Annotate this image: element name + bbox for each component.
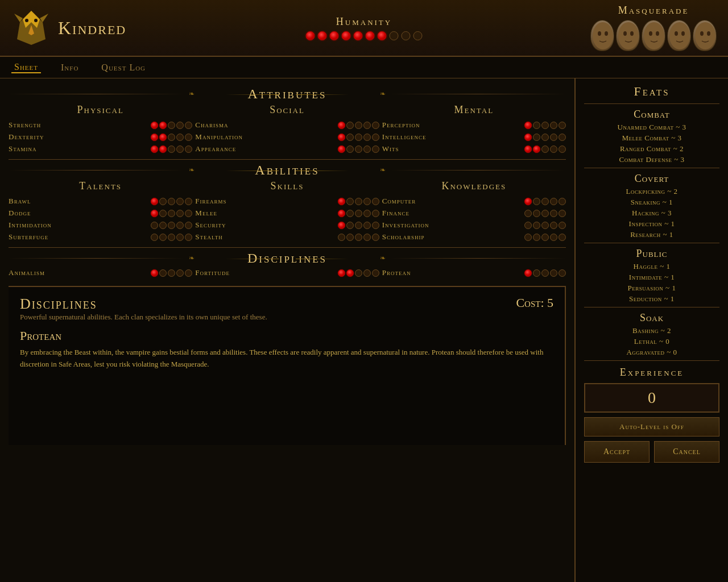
intimidation-dots-dot-4[interactable] xyxy=(185,222,192,229)
feat-item[interactable]: Combat Defense ~ 3 xyxy=(584,155,719,164)
scholarship-dots-dot-0[interactable] xyxy=(524,234,532,241)
intelligence-dots-dot-4[interactable] xyxy=(559,134,566,141)
perception-dots-dot-0[interactable] xyxy=(524,122,532,129)
intimidation-dots-dot-2[interactable] xyxy=(168,222,175,229)
investigation-dots-dot-2[interactable] xyxy=(541,222,549,229)
subterfuge-dots-dot-3[interactable] xyxy=(176,234,184,241)
computer-dots-dot-2[interactable] xyxy=(541,198,549,205)
stamina-dots-dot-0[interactable] xyxy=(151,146,158,153)
feat-item[interactable]: Intimidate ~ 1 xyxy=(584,273,719,282)
scholarship-dots-dot-2[interactable] xyxy=(541,234,549,241)
protean-dots-dot-1[interactable] xyxy=(533,269,540,277)
intimidation-dots-dot-3[interactable] xyxy=(176,222,184,229)
computer-dots-dot-4[interactable] xyxy=(559,198,566,205)
appearance-dots-dot-1[interactable] xyxy=(346,146,354,153)
security-dots-dot-4[interactable] xyxy=(372,222,379,229)
security-dots-dot-1[interactable] xyxy=(346,222,354,229)
finance-dots-dot-4[interactable] xyxy=(559,210,566,217)
dodge-dots-dot-1[interactable] xyxy=(159,210,167,217)
protean-dots-dot-3[interactable] xyxy=(550,269,557,277)
manipulation-dots-dot-4[interactable] xyxy=(372,134,379,141)
intimidation-dots-dot-0[interactable] xyxy=(151,222,158,229)
strength-dots-dot-0[interactable] xyxy=(151,122,158,129)
strength-dots[interactable] xyxy=(151,122,192,129)
humanity-dot-7[interactable] xyxy=(390,31,399,40)
scholarship-dots-dot-1[interactable] xyxy=(533,234,540,241)
brawl-dots-dot-1[interactable] xyxy=(159,198,167,205)
brawl-dots-dot-2[interactable] xyxy=(168,198,175,205)
dexterity-dots-dot-2[interactable] xyxy=(168,134,175,141)
strength-dots-dot-1[interactable] xyxy=(159,122,167,129)
wits-dots[interactable] xyxy=(524,146,566,153)
stamina-dots[interactable] xyxy=(151,146,192,153)
melee-dots-dot-1[interactable] xyxy=(346,210,354,217)
humanity-dot-2[interactable] xyxy=(330,31,339,40)
dodge-dots-dot-2[interactable] xyxy=(168,210,175,217)
appearance-dots[interactable] xyxy=(338,146,379,153)
manipulation-dots[interactable] xyxy=(338,134,379,141)
humanity-dots[interactable] xyxy=(306,31,423,40)
finance-dots[interactable] xyxy=(524,210,566,217)
dodge-dots-dot-3[interactable] xyxy=(176,210,184,217)
dodge-dots-dot-0[interactable] xyxy=(151,210,158,217)
animalism-dots-dot-3[interactable] xyxy=(176,269,184,277)
feat-item[interactable]: Aggravated ~ 0 xyxy=(584,348,719,357)
dexterity-dots-dot-3[interactable] xyxy=(176,134,184,141)
strength-dots-dot-2[interactable] xyxy=(168,122,175,129)
perception-dots-dot-3[interactable] xyxy=(550,122,557,129)
intelligence-dots-dot-2[interactable] xyxy=(541,134,549,141)
melee-dots-dot-0[interactable] xyxy=(338,210,345,217)
humanity-dot-4[interactable] xyxy=(354,31,363,40)
appearance-dots-dot-3[interactable] xyxy=(363,146,371,153)
intelligence-dots-dot-0[interactable] xyxy=(524,134,532,141)
perception-dots-dot-4[interactable] xyxy=(559,122,566,129)
intimidation-dots[interactable] xyxy=(151,222,192,229)
stamina-dots-dot-4[interactable] xyxy=(185,146,192,153)
dexterity-dots-dot-1[interactable] xyxy=(159,134,167,141)
humanity-dot-1[interactable] xyxy=(318,31,327,40)
stamina-dots-dot-2[interactable] xyxy=(168,146,175,153)
scholarship-dots-dot-3[interactable] xyxy=(550,234,557,241)
nav-sheet[interactable]: Sheet xyxy=(11,62,41,73)
feat-item[interactable]: Research ~ 1 xyxy=(584,230,719,239)
humanity-dot-3[interactable] xyxy=(342,31,351,40)
stamina-dots-dot-3[interactable] xyxy=(176,146,184,153)
subterfuge-dots-dot-2[interactable] xyxy=(168,234,175,241)
intimidation-dots-dot-1[interactable] xyxy=(159,222,167,229)
security-dots-dot-2[interactable] xyxy=(355,222,362,229)
computer-dots-dot-1[interactable] xyxy=(533,198,540,205)
feat-item[interactable]: Lethal ~ 0 xyxy=(584,337,719,346)
strength-dots-dot-4[interactable] xyxy=(185,122,192,129)
wits-dots-dot-1[interactable] xyxy=(533,146,540,153)
melee-dots-dot-2[interactable] xyxy=(355,210,362,217)
nav-info[interactable]: Info xyxy=(58,63,81,73)
perception-dots[interactable] xyxy=(524,122,566,129)
finance-dots-dot-2[interactable] xyxy=(541,210,549,217)
investigation-dots-dot-0[interactable] xyxy=(524,222,532,229)
investigation-dots-dot-3[interactable] xyxy=(550,222,557,229)
melee-dots-dot-3[interactable] xyxy=(363,210,371,217)
investigation-dots-dot-4[interactable] xyxy=(559,222,566,229)
firearms-dots[interactable] xyxy=(338,198,379,205)
brawl-dots-dot-4[interactable] xyxy=(185,198,192,205)
brawl-dots-dot-3[interactable] xyxy=(176,198,184,205)
animalism-dots-dot-1[interactable] xyxy=(159,269,167,277)
subterfuge-dots[interactable] xyxy=(151,234,192,241)
humanity-dot-9[interactable] xyxy=(413,31,423,40)
cancel-button[interactable]: Cancel xyxy=(654,441,719,463)
security-dots-dot-3[interactable] xyxy=(363,222,371,229)
appearance-dots-dot-2[interactable] xyxy=(355,146,362,153)
investigation-dots[interactable] xyxy=(524,222,566,229)
stealth-dots-dot-3[interactable] xyxy=(363,234,371,241)
subterfuge-dots-dot-4[interactable] xyxy=(185,234,192,241)
feat-item[interactable]: Hacking ~ 3 xyxy=(584,209,719,218)
feat-item[interactable]: Ranged Combat ~ 2 xyxy=(584,144,719,153)
feat-item[interactable]: Unarmed Combat ~ 3 xyxy=(584,123,719,132)
scholarship-dots[interactable] xyxy=(524,234,566,241)
dexterity-dots[interactable] xyxy=(151,134,192,141)
subterfuge-dots-dot-0[interactable] xyxy=(151,234,158,241)
firearms-dots-dot-1[interactable] xyxy=(346,198,354,205)
brawl-dots[interactable] xyxy=(151,198,192,205)
stamina-dots-dot-1[interactable] xyxy=(159,146,167,153)
computer-dots-dot-0[interactable] xyxy=(524,198,532,205)
